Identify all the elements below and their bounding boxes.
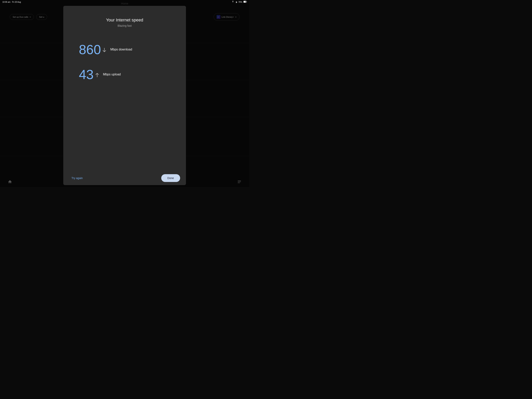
modal-footer: Try again Done — [63, 171, 186, 185]
try-again-button[interactable]: Try again — [69, 175, 85, 181]
upload-label: Mbps upload — [103, 73, 121, 76]
date-display: Fri 20 Aug — [12, 1, 21, 3]
status-bar-left: 10:06 am Fri 20 Aug — [2, 1, 21, 3]
wifi-icon — [232, 1, 234, 3]
modal-panel: Your Internet speed Blazing fast 860 Mbp… — [63, 6, 186, 185]
status-bar: 10:06 am Fri 20 Aug ◑ 76% — [0, 0, 249, 4]
done-button[interactable]: Done — [161, 174, 180, 182]
download-arrow-icon — [102, 48, 106, 53]
upload-value: 43 — [79, 68, 94, 81]
download-value: 860 — [79, 43, 101, 56]
time-display: 10:06 am — [2, 1, 11, 3]
modal-content: Your Internet speed Blazing fast 860 Mbp… — [63, 6, 186, 171]
svg-rect-2 — [247, 1, 247, 2]
modal-subtitle: Blazing fast — [118, 24, 132, 27]
modal-overlay: Your Internet speed Blazing fast 860 Mbp… — [0, 0, 249, 187]
svg-rect-1 — [244, 1, 246, 3]
battery-display: 76% — [238, 1, 242, 3]
upload-arrow-icon — [95, 73, 99, 78]
headphone-icon: ◑ — [235, 1, 237, 3]
modal-title: Your Internet speed — [106, 18, 143, 23]
battery-icon — [243, 1, 247, 3]
download-label: Mbps download — [110, 48, 132, 51]
status-bar-right: ◑ 76% — [232, 1, 247, 3]
download-row: 860 Mbps download — [71, 39, 178, 60]
upload-row: 43 Mbps upload — [71, 64, 178, 85]
